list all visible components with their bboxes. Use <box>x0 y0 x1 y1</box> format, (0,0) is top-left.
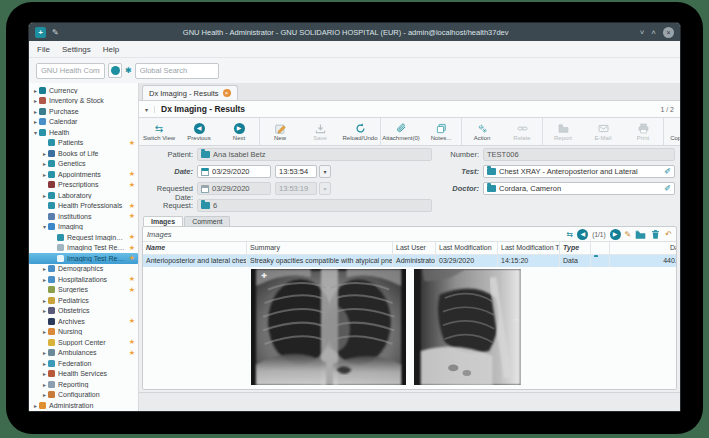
notebook-tab-images[interactable]: Images <box>143 216 183 226</box>
sidebar-item-laboratory[interactable]: ▸Laboratory <box>29 190 138 201</box>
tree-expander-icon[interactable]: ▸ <box>41 349 48 356</box>
tree-expander-icon[interactable]: ▸ <box>32 402 39 409</box>
sidebar-item-surgeries[interactable]: Surgeries★ <box>29 285 138 296</box>
favorite-star-icon[interactable]: ★ <box>129 349 135 357</box>
next-button[interactable]: ▶Next <box>219 118 259 145</box>
sidebar-item-configuration[interactable]: ▸Configuration <box>29 390 138 401</box>
column-header-name[interactable]: Name <box>143 242 247 255</box>
notes--button[interactable]: Notes... <box>421 118 461 145</box>
tree-expander-icon[interactable]: ▸ <box>41 381 48 388</box>
notebook-tab-comment[interactable]: Comment <box>184 216 230 226</box>
favorite-star-icon[interactable]: ★ <box>129 233 135 241</box>
menu-settings[interactable]: Settings <box>62 45 91 54</box>
favorite-star-icon[interactable]: ★ <box>129 170 135 178</box>
tree-expander-icon[interactable]: ▸ <box>41 192 48 199</box>
column-header-data[interactable]: Data <box>610 242 676 255</box>
tree-expander-icon[interactable]: ▸ <box>41 265 48 272</box>
command-go-button[interactable] <box>108 63 122 78</box>
sidebar-item-hospitalizations[interactable]: ▸Hospitalizations★ <box>29 274 138 285</box>
sidebar-item-archives[interactable]: Archives★ <box>29 316 138 327</box>
sidebar-item-request-imaging-test[interactable]: Request Imaging Test★ <box>29 232 138 243</box>
test-field[interactable]: Chest XRAY - Anteroposterior and Lateral… <box>483 165 675 178</box>
sidebar-item-inventory-stock[interactable]: ▸Inventory & Stock <box>29 96 138 107</box>
sidebar-item-imaging-test-request[interactable]: Imaging Test Request★ <box>29 243 138 254</box>
images-table-row[interactable]: Anterioposterior and lateral chestStreak… <box>143 255 676 267</box>
sidebar-item-ambulances[interactable]: ▸Ambulances★ <box>29 348 138 359</box>
menu-help[interactable]: Help <box>103 45 119 54</box>
tree-expander-icon[interactable]: ▾ <box>41 223 48 230</box>
sidebar-item-books-of-life[interactable]: ▸Books of Life <box>29 148 138 159</box>
action-button[interactable]: Action <box>462 118 502 145</box>
favorite-star-icon[interactable]: ★ <box>129 202 135 210</box>
tree-expander-icon[interactable]: ▸ <box>41 160 48 167</box>
sidebar-item-health[interactable]: ▾Health <box>29 127 138 138</box>
tree-expander-icon[interactable]: ▸ <box>41 171 48 178</box>
xray-frontal-image[interactable]: ✚ <box>251 269 406 385</box>
favorite-star-icon[interactable]: ★ <box>129 275 135 283</box>
copy-url-button[interactable]: Copy URL <box>664 118 681 145</box>
minimize-button[interactable]: ˅ <box>640 28 645 37</box>
favorite-star-icon[interactable]: ★ <box>129 181 135 189</box>
open-row-icon[interactable] <box>635 229 646 240</box>
tab-close-icon[interactable]: × <box>223 89 231 97</box>
sidebar-item-reporting[interactable]: ▸Reporting <box>29 379 138 390</box>
favorite-star-icon[interactable]: ★ <box>129 139 135 147</box>
sidebar-item-prescriptions[interactable]: Prescriptions★ <box>29 180 138 191</box>
sidebar-item-calendar[interactable]: ▸Calendar <box>29 117 138 128</box>
xray-lateral-image[interactable]: → <box>414 269 521 385</box>
sidebar-item-institutions[interactable]: Institutions★ <box>29 211 138 222</box>
tree-expander-icon[interactable]: ▸ <box>32 97 39 104</box>
sidebar-item-genetics[interactable]: ▸Genetics <box>29 159 138 170</box>
undo-row-icon[interactable]: ↶ <box>665 230 672 239</box>
global-search-input[interactable] <box>135 63 219 79</box>
tree-expander-icon[interactable]: ▾ <box>32 129 39 136</box>
tab-dx-imaging-results[interactable]: Dx Imaging - Results × <box>142 85 238 100</box>
tree-expander-icon[interactable]: ▸ <box>41 328 48 335</box>
new-button[interactable]: New <box>260 118 300 145</box>
column-header-summary[interactable]: Summary <box>247 242 393 255</box>
favorite-star-icon[interactable]: ★ <box>129 212 135 220</box>
next-record-icon[interactable]: ▶ <box>610 229 621 240</box>
clear-field-icon[interactable]: ✐ <box>664 184 671 193</box>
favorite-star-icon[interactable]: ★ <box>129 244 135 252</box>
close-button[interactable]: × <box>663 27 674 38</box>
attachment-0--button[interactable]: Attachment(0) <box>381 118 421 145</box>
favorite-star-icon[interactable]: ★ <box>129 338 135 346</box>
date-time-field[interactable]: 13:53:54 <box>275 165 317 178</box>
sidebar-item-health-services[interactable]: ▸Health Services <box>29 369 138 380</box>
sidebar-item-nursing[interactable]: ▸Nursing <box>29 327 138 338</box>
sidebar-item-obstetrics[interactable]: ▸Obstetrics <box>29 306 138 317</box>
command-input[interactable] <box>36 63 105 79</box>
sidebar-item-currency[interactable]: ▸Currency <box>29 85 138 96</box>
tree-expander-icon[interactable]: ▸ <box>41 391 48 398</box>
new-row-icon[interactable]: ✎ <box>625 230 632 239</box>
date-dropdown-button[interactable]: ▾ <box>319 165 331 178</box>
sidebar-item-support-center[interactable]: Support Center★ <box>29 337 138 348</box>
tree-expander-icon[interactable]: ▸ <box>41 150 48 157</box>
sidebar-item-health-professionals[interactable]: Health Professionals★ <box>29 201 138 212</box>
sidebar-item-imaging-test-result[interactable]: Imaging Test Result★ <box>29 253 138 264</box>
tree-expander-icon[interactable]: ▸ <box>32 108 39 115</box>
pin-icon[interactable]: ✎ <box>52 28 59 37</box>
column-header-last-user[interactable]: Last User <box>393 242 436 255</box>
menu-file[interactable]: File <box>37 45 50 54</box>
tree-expander-icon[interactable]: ▸ <box>41 370 48 377</box>
reload-undo-button[interactable]: Reload/Undo <box>340 118 380 145</box>
keyboard-icon[interactable]: ✱ <box>125 66 132 75</box>
sidebar-item-federation[interactable]: ▸Federation <box>29 358 138 369</box>
doctor-field[interactable]: Cordara, Cameron ✐ <box>483 182 675 195</box>
previous-record-icon[interactable]: ◀ <box>577 229 588 240</box>
sidebar-item-appointments[interactable]: ▸Appointments★ <box>29 169 138 180</box>
date-field[interactable]: 03/29/2020 <box>197 165 271 178</box>
tree-expander-icon[interactable]: ▸ <box>32 87 39 94</box>
favorite-star-icon[interactable]: ★ <box>129 317 135 325</box>
tree-expander-icon[interactable]: ▸ <box>32 118 39 125</box>
column-header-icon[interactable] <box>591 242 610 255</box>
tree-expander-icon[interactable]: ▸ <box>41 360 48 367</box>
sidebar-item-demographics[interactable]: ▸Demographics <box>29 264 138 275</box>
favorite-star-icon[interactable]: ★ <box>129 254 135 262</box>
column-header-last-modification[interactable]: Last Modification <box>436 242 498 255</box>
delete-row-icon[interactable] <box>650 229 661 240</box>
view-dropdown-icon[interactable]: ▾ <box>145 106 155 113</box>
favorite-star-icon[interactable]: ★ <box>129 286 135 294</box>
